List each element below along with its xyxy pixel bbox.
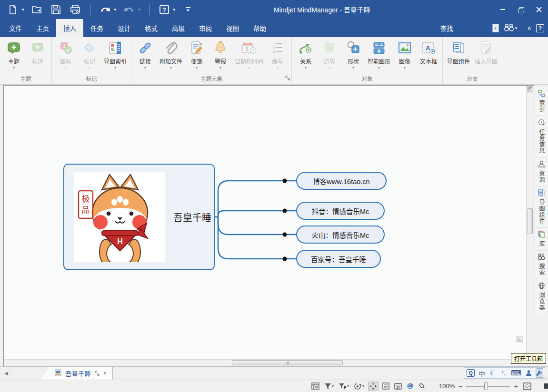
ime-punctuation-toggle[interactable]: °, <box>500 368 508 378</box>
tab-review[interactable]: 审阅 <box>192 19 219 37</box>
undo-caret-icon[interactable]: ▾ <box>114 7 117 12</box>
find-dropdown[interactable]: ▾ <box>492 24 499 32</box>
textbox-button[interactable]: A 文本框 <box>417 39 440 65</box>
map-index-button[interactable]: 导图索引 ▾ <box>101 39 129 70</box>
tags-small-icon[interactable] <box>418 382 427 391</box>
relationship-caret-icon[interactable]: ▾ <box>305 66 307 70</box>
tab-view[interactable]: 视图 <box>219 19 246 37</box>
show-notes-icon[interactable] <box>381 382 390 391</box>
sidebar-tab-resources[interactable]: 资源 <box>535 157 548 186</box>
resources-ball-icon[interactable] <box>406 382 415 391</box>
sidebar-tab-index[interactable]: 索引 <box>535 87 548 116</box>
print-icon[interactable] <box>69 3 81 16</box>
sidebar-tab-browser[interactable]: 浏览器 <box>535 279 548 314</box>
minimize-button[interactable] <box>494 0 512 19</box>
sidebar-tab-task-info[interactable]: 任务信息 <box>535 116 548 157</box>
tab-format[interactable]: 格式 <box>138 19 165 37</box>
smart-shapes-caret-icon[interactable]: ▾ <box>378 66 380 70</box>
horizontal-scrollbar[interactable] <box>4 359 526 366</box>
close-button[interactable] <box>530 0 548 19</box>
help-icon[interactable]: ? <box>536 24 544 32</box>
ime-settings-wrench-icon[interactable] <box>536 368 543 378</box>
tab-close-icon[interactable]: × <box>103 370 107 377</box>
zoom-slider-thumb[interactable] <box>484 382 488 390</box>
new-document-caret-icon[interactable]: ▾ <box>22 7 24 12</box>
open-file-icon[interactable] <box>31 3 43 16</box>
branch-topic-blog[interactable]: 博客www.16tao.cn <box>296 172 387 190</box>
toolbox-handle[interactable] <box>517 336 523 342</box>
split-view-button[interactable] <box>527 86 533 92</box>
attachment-caret-icon[interactable]: ▾ <box>170 66 172 70</box>
filter-caret-icon[interactable]: ▾ <box>332 384 334 388</box>
ime-mode-toggle[interactable]: 中 <box>478 368 486 378</box>
tab-file[interactable]: 文件 <box>2 19 29 37</box>
shape-caret-icon[interactable]: ▾ <box>352 66 354 70</box>
map-parts-button[interactable]: 导图组件 <box>445 39 472 65</box>
zoom-out-button[interactable]: − <box>458 382 462 390</box>
image-button[interactable]: 图像 ▾ <box>393 39 417 70</box>
customize-toolbar-icon[interactable] <box>182 3 194 16</box>
tab-home[interactable]: 主页 <box>29 19 56 37</box>
tab-scroll-left-icon[interactable]: ◀ <box>0 371 12 376</box>
zoom-slider[interactable] <box>466 386 510 387</box>
center-map-icon[interactable] <box>368 382 379 391</box>
tab-float-icon[interactable] <box>95 370 100 377</box>
map-canvas[interactable]: H 极 品 吾皇千睡 博客www.16tao.cn 抖音：情感音乐Mc 火山：情… <box>4 86 526 359</box>
binoculars-caret-icon[interactable]: ▾ <box>515 26 518 30</box>
fit-map-icon[interactable] <box>522 382 532 391</box>
tab-design[interactable]: 设计 <box>110 19 138 37</box>
tab-insert[interactable]: 插入 <box>56 19 83 37</box>
help-caret-icon[interactable]: ▾ <box>173 7 176 12</box>
tab-help[interactable]: 帮助 <box>246 19 273 37</box>
map-detail-icon[interactable] <box>310 382 320 391</box>
collapse-ribbon-icon[interactable]: ∧ <box>527 25 531 31</box>
topic-caret-icon[interactable]: ▾ <box>13 66 15 70</box>
map-index-caret-icon[interactable]: ▾ <box>114 66 116 70</box>
tab-task[interactable]: 任务 <box>83 19 110 37</box>
alert-button[interactable]: 警报 ▾ <box>209 39 232 70</box>
attachment-button[interactable]: 附加文件 ▾ <box>157 39 185 70</box>
link-button[interactable]: 链接 ▾ <box>133 39 157 70</box>
tab-advanced[interactable]: 高级 <box>165 19 192 37</box>
filter-icon[interactable]: ▾ <box>323 382 335 391</box>
notes-button[interactable]: 便笺 ▾ <box>185 39 209 70</box>
ime-status-icon[interactable]: Q <box>467 369 475 377</box>
branch-topic-baijiahao[interactable]: 百家号：吾皇千睡 <box>296 250 381 268</box>
undo-icon[interactable] <box>99 3 111 16</box>
autohide-caret-icon[interactable]: ▾ <box>362 384 364 388</box>
power-filter-caret-icon[interactable]: ▾ <box>347 384 349 388</box>
restore-button[interactable] <box>512 0 530 19</box>
new-document-icon[interactable] <box>7 3 19 16</box>
save-icon[interactable] <box>50 3 62 16</box>
relationship-button[interactable]: 关系 ▾ <box>294 39 318 70</box>
ime-fullwidth-icon[interactable]: ☾ <box>489 368 497 378</box>
sidebar-tab-map-parts[interactable]: 导图组件 <box>535 186 548 228</box>
ime-softkeyboard-icon[interactable]: ⌨ <box>511 368 521 378</box>
document-tab[interactable]: 吾皇千睡 × <box>40 367 113 380</box>
pane-toggle-icon[interactable]: ▾ <box>543 382 548 391</box>
image-caret-icon[interactable]: ▾ <box>404 66 406 70</box>
link-caret-icon[interactable]: ▾ <box>144 66 146 70</box>
zoom-in-button[interactable]: + <box>514 382 518 390</box>
notes-caret-icon[interactable]: ▾ <box>196 66 198 70</box>
help-menu-icon[interactable]: ? <box>158 3 170 16</box>
branch-topic-douyin[interactable]: 抖音：情感音乐Mc <box>296 202 385 220</box>
power-filter-icon[interactable]: ▾ <box>338 382 350 391</box>
sidebar-tab-search[interactable]: 搜索 <box>535 251 548 279</box>
autohide-rotate-icon[interactable]: ▾ <box>353 382 365 391</box>
central-topic[interactable]: H 极 品 吾皇千睡 <box>63 164 215 270</box>
topic-elements-dialog-launcher-icon[interactable] <box>285 75 290 82</box>
horizontal-scrollbar-thumb[interactable] <box>232 360 343 365</box>
binoculars-icon[interactable] <box>504 23 514 33</box>
vertical-scrollbar-thumb[interactable] <box>528 208 533 234</box>
branch-topic-huoshan[interactable]: 火山：情感音乐Mc <box>296 225 385 244</box>
task-info-calendar-icon[interactable]: 24 <box>393 382 403 391</box>
smart-shapes-button[interactable]: 智能图形 ▾ <box>365 39 393 70</box>
ime-user-icon[interactable] <box>525 368 532 378</box>
find-label[interactable]: 查找 <box>440 23 453 33</box>
alert-caret-icon[interactable]: ▾ <box>219 66 221 70</box>
topic-button[interactable]: 主题 ▾ <box>2 39 26 70</box>
vertical-scrollbar[interactable] <box>526 86 534 359</box>
sidebar-tab-library[interactable]: 库 <box>535 228 548 251</box>
shape-button[interactable]: 形状 ▾ <box>341 39 365 70</box>
